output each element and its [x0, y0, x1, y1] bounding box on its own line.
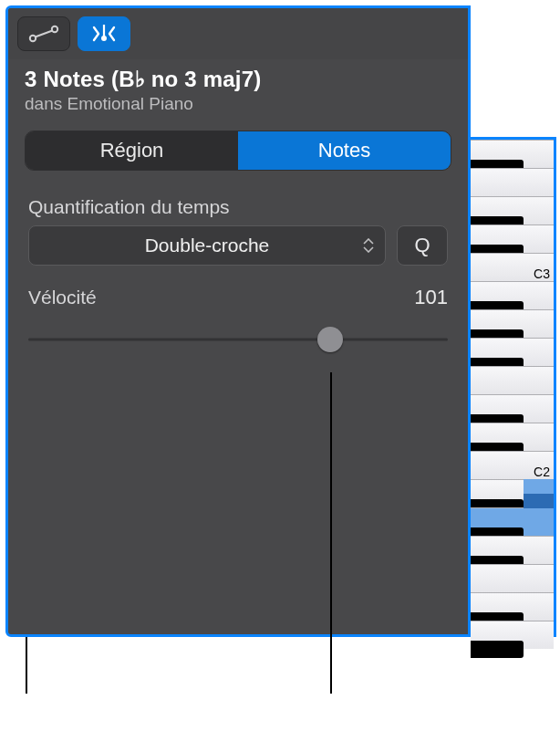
- white-key[interactable]: [471, 366, 554, 394]
- time-quantize-label: Quantification du temps: [28, 196, 448, 218]
- selection-subtitle: dans Emotional Piano: [25, 94, 451, 114]
- selection-title: 3 Notes (B♭ no 3 maj7): [25, 67, 451, 92]
- inspector-tabs: Région Notes: [25, 131, 451, 171]
- title-block: 3 Notes (B♭ no 3 maj7) dans Emotional Pi…: [8, 59, 468, 125]
- automation-icon: [27, 24, 60, 44]
- chevron-updown-icon: [363, 238, 374, 253]
- tab-notes[interactable]: Notes: [238, 131, 451, 170]
- velocity-label: Vélocité: [28, 287, 97, 308]
- automation-tool-button[interactable]: [17, 16, 70, 51]
- callout-line: [26, 637, 27, 694]
- time-quantize-value: Double-croche: [145, 235, 270, 256]
- velocity-slider[interactable]: [28, 326, 448, 353]
- callout-line: [330, 372, 332, 694]
- svg-point-4: [101, 36, 107, 41]
- inspector-panel: 3 Notes (B♭ no 3 maj7) dans Emotional Pi…: [5, 5, 471, 637]
- white-key[interactable]: [471, 564, 554, 592]
- time-quantize-popup[interactable]: Double-croche: [28, 225, 386, 266]
- tab-region[interactable]: Région: [26, 131, 238, 170]
- octave-label: C2: [534, 465, 550, 479]
- piano-ruler[interactable]: C3C2: [471, 137, 556, 637]
- svg-line-2: [36, 31, 53, 37]
- quantize-button[interactable]: Q: [397, 225, 448, 266]
- black-key[interactable]: [471, 641, 524, 658]
- slider-thumb[interactable]: [317, 327, 343, 352]
- notes-section: Quantification du temps Double-croche Q …: [8, 171, 468, 353]
- velocity-value[interactable]: 101: [414, 286, 448, 309]
- catch-tool-button[interactable]: [78, 16, 130, 51]
- selected-note-highlight: [524, 479, 554, 494]
- white-key[interactable]: [471, 168, 554, 196]
- toolbar: [8, 8, 468, 59]
- slider-track: [28, 339, 448, 341]
- catch-icon: [88, 22, 120, 46]
- selected-note-highlight: [524, 494, 554, 508]
- octave-label: C3: [534, 266, 550, 281]
